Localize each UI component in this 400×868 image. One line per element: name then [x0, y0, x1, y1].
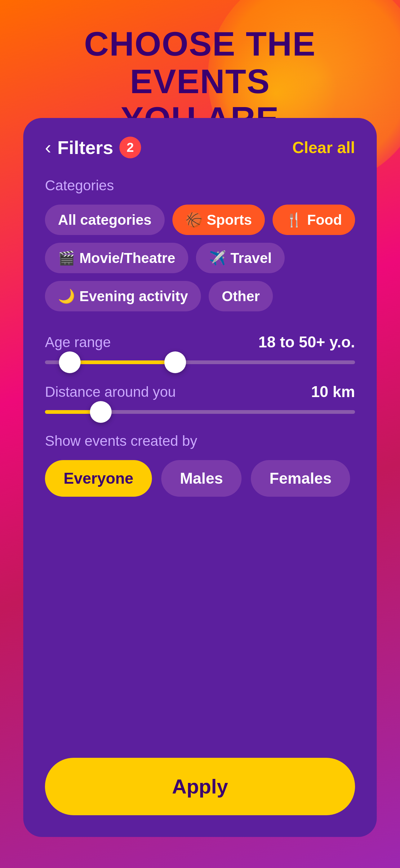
all-categories-label: All categories: [58, 211, 152, 228]
gender-section: Show events created by Everyone Males Fe…: [45, 432, 355, 497]
distance-slider-thumb[interactable]: [90, 401, 112, 423]
travel-label: Travel: [230, 250, 272, 266]
other-label: Other: [222, 288, 260, 305]
age-range-header: Age range 18 to 50+ y.o.: [45, 333, 355, 351]
movie-icon: 🎬: [58, 250, 75, 266]
females-label: Females: [269, 470, 331, 487]
category-all[interactable]: All categories: [45, 205, 165, 235]
distance-value: 10 km: [311, 383, 355, 401]
category-travel[interactable]: ✈️ Travel: [196, 243, 285, 273]
distance-section: Distance around you 10 km: [45, 383, 355, 414]
distance-slider-track[interactable]: [45, 410, 355, 414]
evening-label: Evening activity: [79, 288, 188, 305]
movie-label: Movie/Theatre: [79, 250, 175, 266]
filter-card: ‹ Filters 2 Clear all Categories All cat…: [23, 118, 377, 837]
filters-title: Filters: [57, 137, 113, 158]
food-icon: 🍴: [286, 212, 303, 228]
everyone-label: Everyone: [64, 470, 133, 487]
category-sports[interactable]: 🏀 Sports: [172, 205, 265, 235]
age-slider-thumb-right[interactable]: [164, 351, 186, 373]
sports-icon: 🏀: [186, 212, 202, 228]
categories-label: Categories: [45, 177, 355, 194]
title-line1: CHOOSE THE EVENTS: [84, 25, 316, 100]
category-food[interactable]: 🍴 Food: [272, 205, 355, 235]
gender-everyone[interactable]: Everyone: [45, 460, 152, 497]
age-range-label: Age range: [45, 334, 111, 350]
gender-options: Everyone Males Females: [45, 460, 355, 497]
age-slider-thumb-left[interactable]: [59, 351, 80, 373]
apply-button[interactable]: Apply: [45, 758, 355, 815]
card-header: ‹ Filters 2 Clear all: [45, 136, 355, 158]
back-button[interactable]: ‹: [45, 138, 51, 157]
gender-females[interactable]: Females: [251, 460, 350, 497]
category-evening[interactable]: 🌙 Evening activity: [45, 281, 201, 311]
distance-header: Distance around you 10 km: [45, 383, 355, 401]
category-movie[interactable]: 🎬 Movie/Theatre: [45, 243, 188, 273]
gender-males[interactable]: Males: [161, 460, 241, 497]
males-label: Males: [180, 470, 223, 487]
age-slider-fill: [70, 361, 175, 364]
age-range-value: 18 to 50+ y.o.: [258, 333, 355, 351]
apply-label: Apply: [172, 775, 228, 798]
food-label: Food: [307, 211, 342, 228]
filter-badge: 2: [120, 136, 141, 158]
categories-section: Categories All categories 🏀 Sports 🍴 Foo…: [45, 177, 355, 311]
age-slider-track[interactable]: [45, 361, 355, 364]
category-other[interactable]: Other: [209, 281, 273, 311]
age-range-section: Age range 18 to 50+ y.o.: [45, 333, 355, 364]
categories-list: All categories 🏀 Sports 🍴 Food 🎬 Movie/T…: [45, 205, 355, 311]
clear-all-button[interactable]: Clear all: [292, 138, 355, 157]
distance-label: Distance around you: [45, 383, 176, 400]
evening-icon: 🌙: [58, 288, 75, 304]
header-left: ‹ Filters 2: [45, 136, 141, 158]
gender-label: Show events created by: [45, 432, 355, 449]
travel-icon: ✈️: [209, 250, 226, 266]
sports-label: Sports: [207, 211, 252, 228]
